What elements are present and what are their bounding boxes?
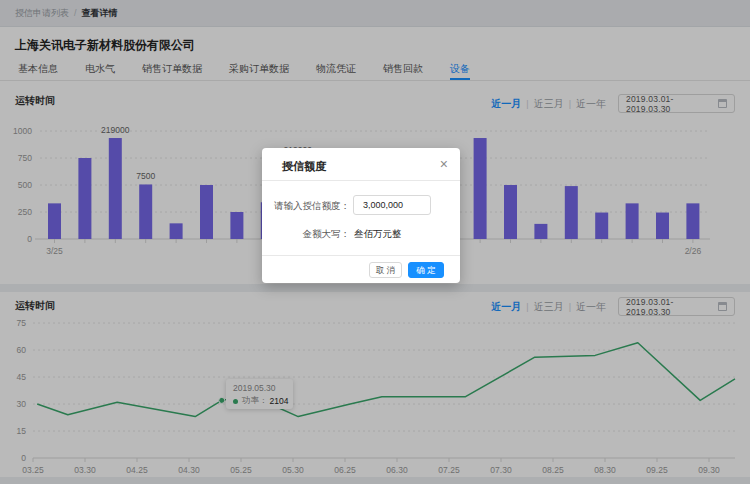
- confirm-button[interactable]: 确 定: [408, 262, 444, 278]
- amount-in-words-value: 叁佰万元整: [354, 228, 402, 241]
- cancel-button[interactable]: 取 消: [369, 262, 402, 278]
- modal-header: 授信额度 ×: [262, 148, 460, 181]
- amount-in-words-label: 金额大写：: [262, 228, 350, 241]
- credit-limit-modal: 授信额度 × 请输入授信额度： 金额大写： 叁佰万元整 取 消 确 定: [262, 148, 460, 283]
- credit-amount-label: 请输入授信额度：: [262, 200, 350, 213]
- modal-title: 授信额度: [282, 159, 326, 174]
- modal-footer-divider: [262, 255, 460, 256]
- credit-amount-input[interactable]: [353, 195, 431, 215]
- close-icon[interactable]: ×: [440, 156, 448, 172]
- page: 授信申请列表 / 查看详情 上海关讯电子新材料股份有限公司 基本信息 电水气 销…: [0, 0, 750, 484]
